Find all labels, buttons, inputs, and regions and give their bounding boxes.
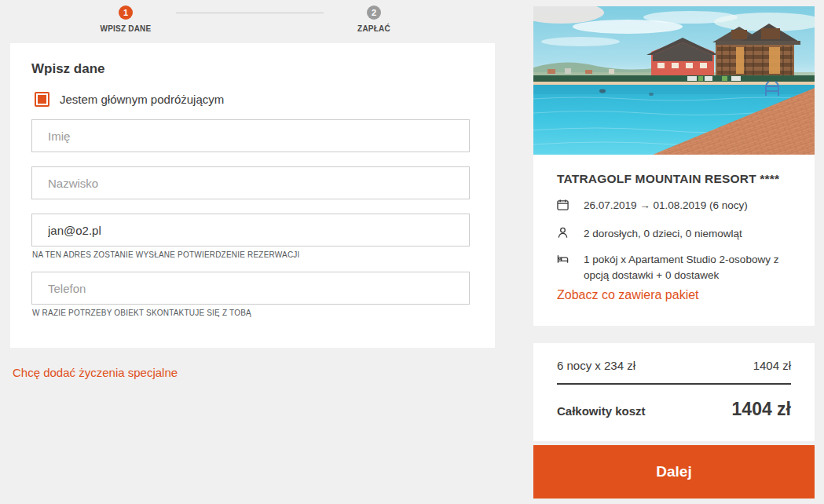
guest-details-card: Wpisz dane Jestem głównym podróżującym N… [10,43,495,348]
hotel-name: TATRAGOLF MOUNTAIN RESORT **** [557,172,779,186]
email-input[interactable] [31,214,470,247]
next-button[interactable]: Dalej [533,445,815,499]
price-divider [557,383,791,385]
stepper-connector-line [176,13,324,13]
step-wpisz-dane[interactable]: 1 WPISZ DANE [93,5,159,33]
price-line-label: 6 nocy x 234 zł [557,359,635,372]
dates-row: 26.07.2019 → 01.08.2019 (6 nocy) [557,198,793,214]
total-value: 1404 zł [732,399,791,420]
main-traveler-checkbox-label: Jestem głównym podróżującym [60,93,224,106]
hotel-photo [533,6,815,155]
dates-text: 26.07.2019 → 01.08.2019 (6 nocy) [584,198,748,214]
form-title: Wpisz dane [31,61,105,77]
price-summary-card: 6 nocy x 234 zł 1404 zł Całkowity koszt … [533,343,815,441]
price-line-value: 1404 zł [753,359,791,372]
email-helper-text: NA TEN ADRES ZOSTANIE WYSŁANE POTWIERDZE… [32,250,299,259]
price-line-row: 6 nocy x 234 zł 1404 zł [557,359,791,372]
step-2-label: ZAPŁAĆ [357,24,390,33]
total-row: Całkowity koszt 1404 zł [557,395,791,420]
person-icon [557,227,569,239]
booking-page: 1 WPISZ DANE 2 ZAPŁAĆ Wpisz dane Jestem … [0,0,824,504]
calendar-icon [557,199,569,210]
reservation-info-card: TATRAGOLF MOUNTAIN RESORT **** 26.07.201… [533,155,815,326]
step-1-circle: 1 [119,5,133,20]
package-contents-link[interactable]: Zobacz co zawiera pakiet [557,288,699,302]
step-2-circle: 2 [367,5,381,20]
total-label: Całkowity koszt [557,395,646,418]
main-traveler-checkbox-row[interactable]: Jestem głównym podróżującym [35,92,224,107]
last-name-input[interactable] [31,166,470,199]
room-row: 1 pokój x Apartament Studio 2-osobowy z … [557,252,793,283]
main-traveler-checkbox[interactable] [35,92,49,107]
room-text: 1 pokój x Apartament Studio 2-osobowy z … [584,252,793,283]
guests-text: 2 dorosłych, 0 dzieci, 0 niemowląt [584,226,742,242]
phone-helper-text: W RAZIE POTRZEBY OBIEKT SKONTAKTUJE SIĘ … [32,309,251,317]
first-name-input[interactable] [31,119,470,152]
step-zaplac[interactable]: 2 ZAPŁAĆ [341,5,407,33]
special-wishes-link[interactable]: Chcę dodać życzenia specjalne [13,366,178,379]
checkout-stepper: 1 WPISZ DANE 2 ZAPŁAĆ [93,5,407,33]
phone-input[interactable] [31,272,470,305]
step-1-label: WPISZ DANE [101,24,152,33]
checkbox-checked-icon [38,95,46,104]
guests-row: 2 dorosłych, 0 dzieci, 0 niemowląt [557,226,793,242]
bed-icon [557,253,569,265]
